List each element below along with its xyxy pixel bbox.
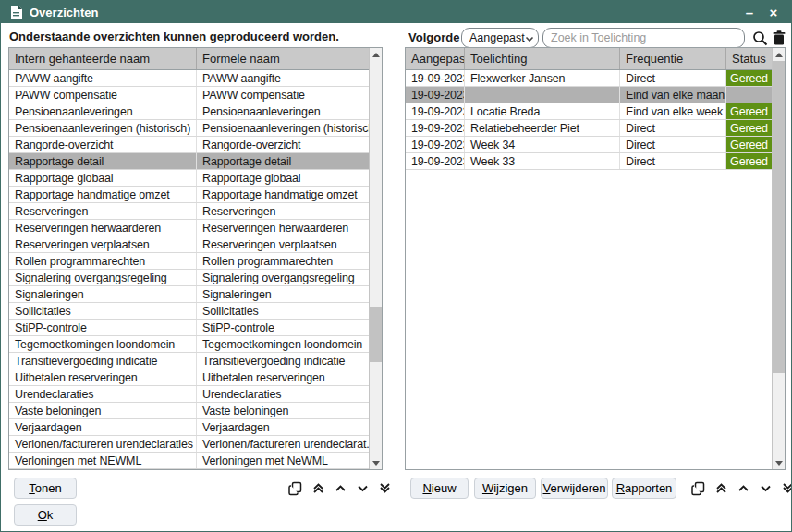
cell-intern-naam: Verlonen/factureren urendeclaraties <box>9 436 197 452</box>
table-row[interactable]: Rollen programmarechtenRollen programmar… <box>9 253 369 270</box>
close-button[interactable]: × <box>762 1 786 23</box>
cell-formele-naam: Signaleringen <box>197 286 369 302</box>
trash-icon[interactable] <box>771 28 787 48</box>
table-row[interactable]: SollicitatiesSollicitaties <box>9 303 369 320</box>
move-top-icon[interactable] <box>711 478 731 499</box>
move-up-icon[interactable] <box>330 478 350 499</box>
column-header-aangepast[interactable]: Aangepast <box>406 48 465 69</box>
copy-icon[interactable] <box>688 478 709 499</box>
move-down-icon[interactable] <box>755 478 775 499</box>
table-row[interactable]: 19-09-2023Eind van elke maand <box>406 87 772 103</box>
column-header-frequentie[interactable]: Frequentie <box>620 48 726 69</box>
move-bottom-icon[interactable] <box>777 478 792 499</box>
move-top-icon[interactable] <box>308 478 328 499</box>
table-row[interactable]: Transitievergoeding indicatieTransitieve… <box>9 353 369 369</box>
scroll-up-icon[interactable] <box>370 48 382 61</box>
status-badge: Gereed <box>726 120 772 136</box>
column-header-intern-naam[interactable]: Intern gehanteerde naam <box>9 48 197 69</box>
table-row[interactable]: Reserveringen verplaatsenReserveringen v… <box>9 236 369 253</box>
cell-formele-naam: Reserveringen <box>197 203 369 219</box>
move-bottom-icon[interactable] <box>374 478 395 499</box>
copy-icon[interactable] <box>286 478 306 499</box>
rapporten-button[interactable]: Rapporten <box>612 478 676 499</box>
scroll-down-icon[interactable] <box>773 456 785 469</box>
cell-aangepast: 19-09-2023 <box>406 137 465 152</box>
cell-formele-naam: Verjaardagen <box>197 419 369 435</box>
table-row[interactable]: Tegemoetkomingen loondomeinTegemoetkomin… <box>9 336 369 353</box>
nieuw-button[interactable]: Nieuw <box>410 478 469 499</box>
cell-toelichting <box>465 87 620 103</box>
table-row[interactable]: PensioenaanleveringenPensioenaanlevering… <box>9 103 369 120</box>
left-scrollbar-thumb[interactable] <box>370 307 382 362</box>
cell-formele-naam: Verlonen/factureren urendeclarat... <box>197 436 369 452</box>
table-row[interactable]: VerjaardagenVerjaardagen <box>9 419 369 436</box>
table-row[interactable]: Rangorde-overzichtRangorde-overzicht <box>9 137 369 153</box>
search-input[interactable] <box>542 28 745 48</box>
table-row[interactable]: Reserveringen herwaarderenReserveringen … <box>9 220 369 236</box>
table-row[interactable]: Signalering overgangsregelingSignalering… <box>9 270 369 286</box>
overzichten-table: Intern gehanteerde naam Formele naam PAW… <box>8 47 383 470</box>
cell-intern-naam: Rapportage detail <box>9 153 197 169</box>
move-up-icon[interactable] <box>733 478 753 499</box>
cell-formele-naam: Rapportage handmatige omzet <box>197 187 369 202</box>
table-row[interactable]: 19-09-2023Locatie BredaEind van elke wee… <box>406 103 772 120</box>
table-row[interactable]: PAWW compensatiePAWW compensatie <box>9 87 369 103</box>
scroll-up-icon[interactable] <box>773 48 785 61</box>
cell-formele-naam: Signalering overgangsregeling <box>197 270 369 285</box>
cell-formele-naam: Reserveringen verplaatsen <box>197 236 369 252</box>
cell-intern-naam: Vaste beloningen <box>9 403 197 418</box>
table-row[interactable]: Rapportage detailRapportage detail <box>9 153 369 170</box>
right-scrollbar-thumb[interactable] <box>773 61 785 373</box>
cell-aangepast: 19-09-2023 <box>406 70 465 86</box>
table-row[interactable]: Rapportage handmatige omzetRapportage ha… <box>9 187 369 203</box>
table-row[interactable]: Pensioenaanleveringen (historisch)Pensio… <box>9 120 369 137</box>
column-header-status[interactable]: Status <box>726 48 772 69</box>
verwijderen-button[interactable]: Verwijderen <box>541 478 608 499</box>
search-icon[interactable] <box>749 28 770 48</box>
table-row[interactable]: PAWW aangiftePAWW aangifte <box>9 70 369 87</box>
cell-intern-naam: Tegemoetkomingen loondomein <box>9 336 197 352</box>
cell-intern-naam: PAWW aangifte <box>9 70 197 86</box>
table-row[interactable]: 19-09-2023Week 33DirectGereed <box>406 153 772 170</box>
table-row[interactable]: Verlonen/factureren urendeclaratiesVerlo… <box>9 436 369 453</box>
cell-formele-naam: Uitbetalen reserveringen <box>197 369 369 385</box>
table-row[interactable]: ReserveringenReserveringen <box>9 203 369 220</box>
left-table-scrollbar[interactable] <box>369 48 382 469</box>
cell-intern-naam: Rapportage globaal <box>9 170 197 186</box>
titlebar: Overzichten – × <box>1 1 791 23</box>
table-row[interactable]: Uitbetalen reserveringenUitbetalen reser… <box>9 369 369 386</box>
right-table-header: Aangepast Toelichting Frequentie Status <box>406 48 772 70</box>
cell-intern-naam: Rollen programmarechten <box>9 253 197 269</box>
cell-intern-naam: PAWW compensatie <box>9 87 197 103</box>
cell-intern-naam: StiPP-controle <box>9 320 197 335</box>
table-row[interactable]: SignaleringenSignaleringen <box>9 286 369 303</box>
producties-table: Aangepast Toelichting Frequentie Status … <box>405 47 786 470</box>
cell-intern-naam: Sollicitaties <box>9 303 197 319</box>
move-down-icon[interactable] <box>352 478 372 499</box>
table-row[interactable]: Verloningen met NEWMLVerloningen met NeW… <box>9 453 369 469</box>
table-row[interactable]: UrendeclaratiesUrendeclaraties <box>9 386 369 403</box>
table-row[interactable]: Vaste beloningenVaste beloningen <box>9 403 369 419</box>
table-row[interactable]: Rapportage globaalRapportage globaal <box>9 170 369 187</box>
sort-select[interactable]: Aangepast <box>461 28 539 48</box>
cell-frequentie: Eind van elke maand <box>620 87 726 103</box>
table-row[interactable]: 19-09-2023Relatiebeheerder PietDirectGer… <box>406 120 772 137</box>
ok-button[interactable]: Ok <box>14 504 77 526</box>
cell-intern-naam: Urendeclaraties <box>9 386 197 402</box>
scroll-down-icon[interactable] <box>370 456 382 469</box>
cell-formele-naam: Verloningen met NeWML <box>197 453 369 468</box>
column-header-formele-naam[interactable]: Formele naam <box>197 48 369 69</box>
wijzigen-button[interactable]: Wijzigen <box>474 478 536 499</box>
cell-intern-naam: Rapportage handmatige omzet <box>9 187 197 202</box>
right-table-scrollbar[interactable] <box>772 48 785 469</box>
column-header-toelichting[interactable]: Toelichting <box>465 48 620 69</box>
status-badge: Gereed <box>726 153 772 169</box>
cell-formele-naam: Rapportage detail <box>197 153 369 169</box>
minimize-button[interactable]: – <box>737 1 762 23</box>
cell-formele-naam: Transitievergoeding indicatie <box>197 353 369 369</box>
volgorde-label: Volgorde <box>408 30 459 44</box>
table-row[interactable]: 19-09-2023Flexwerker JansenDirectGereed <box>406 70 772 87</box>
table-row[interactable]: 19-09-2023Week 34DirectGereed <box>406 137 772 153</box>
tonen-button[interactable]: Tonen <box>14 478 77 499</box>
table-row[interactable]: StiPP-controleStiPP-controle <box>9 320 369 336</box>
